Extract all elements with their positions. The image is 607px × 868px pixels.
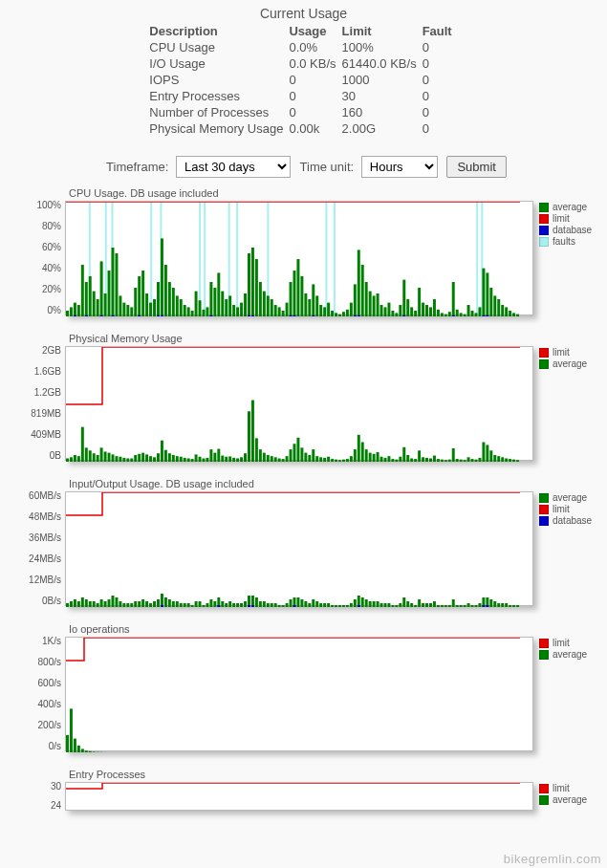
chart-plot [65, 201, 533, 315]
svg-rect-16 [74, 303, 76, 316]
svg-rect-371 [437, 605, 440, 607]
chart-plot [65, 782, 533, 811]
svg-rect-189 [203, 458, 206, 462]
svg-rect-178 [161, 441, 163, 462]
svg-rect-147 [354, 315, 357, 316]
svg-rect-172 [138, 454, 141, 462]
svg-rect-54 [217, 272, 220, 316]
svg-rect-311 [209, 599, 212, 607]
svg-rect-391 [512, 605, 515, 607]
svg-rect-269 [505, 458, 508, 462]
svg-rect-176 [153, 457, 156, 462]
svg-rect-373 [444, 605, 447, 607]
svg-rect-289 [126, 603, 129, 607]
svg-rect-39 [161, 238, 163, 316]
svg-rect-151 [482, 315, 485, 316]
svg-rect-302 [176, 601, 179, 607]
table-header: Description [149, 23, 289, 39]
svg-rect-388 [501, 603, 504, 607]
svg-rect-392 [516, 605, 519, 607]
svg-rect-149 [402, 315, 405, 316]
svg-rect-273 [66, 603, 69, 607]
svg-rect-53 [213, 288, 216, 316]
svg-rect-339 [315, 601, 318, 607]
svg-rect-296 [153, 601, 156, 607]
svg-rect-244 [410, 458, 413, 462]
svg-rect-303 [180, 603, 183, 607]
svg-rect-215 [300, 447, 303, 462]
svg-rect-59 [236, 307, 239, 316]
svg-rect-316 [228, 601, 231, 607]
svg-rect-132 [512, 313, 515, 316]
svg-rect-133 [516, 315, 519, 316]
svg-rect-164 [108, 453, 111, 462]
svg-rect-71 [282, 311, 285, 316]
svg-rect-124 [482, 269, 485, 316]
svg-rect-168 [122, 458, 125, 462]
svg-rect-347 [346, 605, 349, 607]
svg-rect-62 [248, 253, 250, 316]
svg-rect-222 [327, 457, 330, 462]
svg-rect-91 [358, 250, 360, 316]
svg-rect-55 [221, 292, 224, 316]
y-axis: 3024 [11, 782, 65, 811]
chart-title: Entry Processes [69, 769, 596, 780]
svg-rect-268 [501, 457, 504, 462]
chart-title: CPU Usage. DB usage included [69, 187, 596, 199]
svg-rect-401 [66, 735, 69, 752]
svg-rect-121 [471, 311, 474, 316]
svg-rect-36 [149, 303, 152, 316]
svg-rect-385 [489, 599, 492, 607]
svg-rect-277 [81, 597, 84, 607]
svg-rect-43 [176, 295, 179, 316]
svg-rect-249 [429, 458, 432, 462]
svg-rect-34 [141, 271, 144, 316]
svg-rect-251 [437, 459, 440, 462]
svg-rect-45 [184, 305, 186, 316]
svg-rect-263 [482, 442, 485, 462]
svg-rect-387 [497, 603, 500, 607]
svg-rect-260 [471, 459, 474, 462]
legend-item: faults [539, 236, 596, 247]
svg-rect-73 [290, 282, 293, 316]
timeframe-select[interactable]: Last 30 days [176, 156, 291, 178]
svg-rect-211 [286, 456, 289, 462]
svg-rect-370 [433, 601, 436, 607]
svg-rect-135 [85, 315, 88, 316]
svg-rect-87 [342, 312, 345, 316]
svg-rect-66 [263, 292, 266, 316]
svg-rect-256 [456, 459, 459, 462]
svg-rect-335 [300, 599, 303, 607]
chart-legend: averagelimitdatabase [533, 491, 596, 527]
legend-item: average [539, 492, 596, 503]
svg-rect-281 [97, 603, 99, 607]
submit-button[interactable]: Submit [446, 156, 506, 178]
timeunit-select[interactable]: Hours [361, 156, 438, 178]
table-header: Usage [289, 23, 341, 39]
svg-rect-153 [66, 458, 69, 462]
svg-rect-58 [232, 305, 235, 316]
svg-rect-146 [312, 315, 314, 316]
svg-rect-360 [395, 605, 398, 607]
svg-rect-119 [464, 315, 466, 316]
svg-rect-337 [308, 603, 311, 607]
svg-rect-264 [486, 445, 488, 462]
svg-rect-126 [489, 288, 492, 316]
svg-rect-78 [308, 299, 311, 316]
controls-bar: Timeframe: Last 30 days Time unit: Hours… [11, 156, 596, 178]
svg-rect-177 [157, 453, 160, 462]
svg-rect-175 [149, 456, 152, 462]
svg-rect-179 [164, 450, 167, 462]
svg-rect-287 [119, 601, 121, 607]
svg-rect-125 [486, 272, 488, 316]
svg-rect-228 [350, 456, 353, 462]
svg-rect-295 [149, 603, 152, 607]
chart-block: Input/Output Usage. DB usage included60M… [11, 478, 596, 606]
svg-rect-282 [100, 599, 103, 607]
svg-rect-341 [323, 603, 326, 607]
svg-rect-19 [85, 282, 88, 316]
svg-rect-253 [444, 460, 447, 462]
svg-rect-103 [402, 280, 405, 316]
svg-rect-44 [180, 299, 183, 316]
svg-rect-359 [391, 605, 394, 607]
